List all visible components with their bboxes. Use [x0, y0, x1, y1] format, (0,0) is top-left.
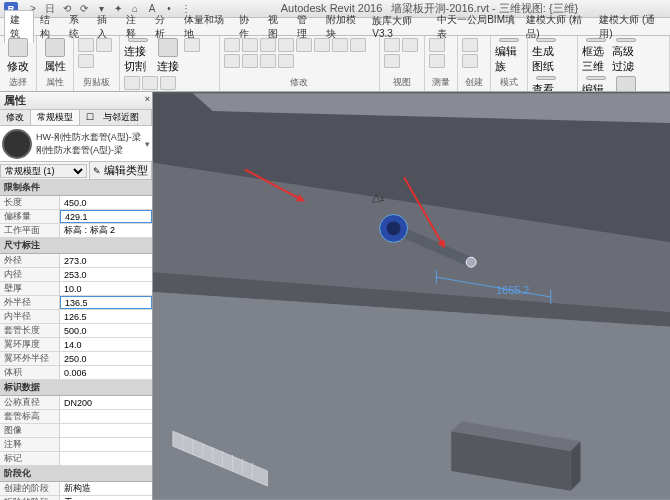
property-row[interactable]: 内径253.0 [0, 268, 152, 282]
property-value[interactable]: 450.0 [60, 196, 152, 209]
ribbon-small-button[interactable] [78, 54, 94, 68]
move-with-nearby-option[interactable]: ☐ 与邻近图元一同移动 [80, 110, 152, 125]
property-row[interactable]: 外径273.0 [0, 254, 152, 268]
tab-generic-model[interactable]: 常规模型 [31, 110, 80, 125]
property-value[interactable]: 新构造 [60, 482, 152, 495]
ribbon-button[interactable]: 编辑属性 [582, 76, 610, 92]
ribbon-group-label: 属性 [41, 76, 69, 89]
property-value[interactable]: 标高 : 标高 2 [60, 224, 152, 237]
property-value[interactable]: 126.5 [60, 310, 152, 323]
property-section-header[interactable]: 标识数据 [0, 380, 152, 396]
property-section-header[interactable]: 限制条件 [0, 180, 152, 196]
property-row[interactable]: 外半径136.5 [0, 296, 152, 310]
property-row[interactable]: 公称直径DN200 [0, 396, 152, 410]
ribbon-button[interactable]: 编辑族 [495, 38, 523, 74]
property-row[interactable]: 翼环外半径250.0 [0, 352, 152, 366]
edit-type-button[interactable]: ✎ 编辑类型 [89, 161, 152, 180]
ribbon-small-button[interactable] [124, 76, 140, 90]
ribbon-group: 框选三维高级过滤编辑属性框选建模大师 (通用) [578, 36, 670, 91]
ribbon-small-button[interactable] [142, 76, 158, 90]
property-row[interactable]: 注释 [0, 438, 152, 452]
property-value[interactable] [60, 438, 152, 451]
property-row[interactable]: 体积0.006 [0, 366, 152, 380]
ribbon-small-button[interactable] [278, 38, 294, 52]
ribbon-small-button[interactable] [160, 76, 176, 90]
ribbon-small-button[interactable] [78, 38, 94, 52]
property-row[interactable]: 图像 [0, 424, 152, 438]
ribbon-small-button[interactable] [96, 38, 112, 52]
ribbon-small-button[interactable] [260, 38, 276, 52]
dimension-label: 1665.2 [496, 284, 529, 296]
property-row[interactable]: 拆除的阶段无 [0, 496, 152, 500]
property-row[interactable]: 工作平面标高 : 标高 2 [0, 224, 152, 238]
instance-combo[interactable]: 常规模型 (1) [0, 164, 87, 178]
ribbon-group-label: 测量 [429, 76, 453, 89]
ribbon-button[interactable]: 框选三维 [582, 38, 610, 74]
chevron-down-icon[interactable]: ▾ [145, 139, 150, 149]
property-value[interactable]: 253.0 [60, 268, 152, 281]
ribbon-button[interactable]: 修改 [4, 38, 32, 74]
property-value[interactable]: 10.0 [60, 282, 152, 295]
panel-title: 属性 × [0, 92, 152, 110]
ribbon-small-button[interactable] [462, 54, 478, 68]
type-selector[interactable]: HW-刚性防水套管(A型)-梁 刚性防水套管(A型)-梁 ▾ [0, 126, 152, 162]
property-value[interactable] [60, 424, 152, 437]
ribbon-small-button[interactable] [350, 38, 366, 52]
property-row[interactable]: 长度450.0 [0, 196, 152, 210]
ribbon-small-button[interactable] [429, 38, 445, 52]
property-row[interactable]: 翼环厚度14.0 [0, 338, 152, 352]
ribbon-button[interactable]: 框选 [612, 76, 640, 92]
property-value[interactable]: 250.0 [60, 352, 152, 365]
ribbon-group: 创建 [458, 36, 491, 91]
tab-modify[interactable]: 修改 [0, 110, 31, 125]
property-key: 翼环外半径 [0, 352, 60, 365]
ribbon-small-button[interactable] [242, 54, 258, 68]
ribbon-small-button[interactable] [314, 38, 330, 52]
property-row[interactable]: 套管长度500.0 [0, 324, 152, 338]
ribbon: 修改选择属性属性剪贴板连接切割连接几何图形修改视图测量创建编辑族模式生成图纸查看… [0, 36, 670, 92]
3d-viewport[interactable]: 1665.2 △₁ [153, 92, 670, 500]
property-value[interactable]: 0.006 [60, 366, 152, 379]
ribbon-button[interactable]: 查看图纸 [532, 76, 560, 92]
ribbon-button[interactable]: 生成图纸 [532, 38, 560, 74]
property-value[interactable]: 136.5 [60, 296, 152, 309]
property-row[interactable]: 内半径126.5 [0, 310, 152, 324]
property-value[interactable]: DN200 [60, 396, 152, 409]
property-row[interactable]: 套管标高 [0, 410, 152, 424]
ribbon-small-button[interactable] [384, 54, 400, 68]
property-row[interactable]: 创建的阶段新构造 [0, 482, 152, 496]
property-value[interactable]: 429.1 [60, 210, 152, 223]
ribbon-button[interactable]: 高级过滤 [612, 38, 640, 74]
ribbon-small-button[interactable] [184, 38, 200, 52]
property-value[interactable]: 500.0 [60, 324, 152, 337]
property-row[interactable]: 偏移量429.1 [0, 210, 152, 224]
property-value[interactable] [60, 452, 152, 465]
property-section-header[interactable]: 阶段化 [0, 466, 152, 482]
property-section-header[interactable]: 尺寸标注 [0, 238, 152, 254]
ribbon-small-button[interactable] [260, 54, 276, 68]
property-value[interactable] [60, 410, 152, 423]
ribbon-small-button[interactable] [242, 38, 258, 52]
property-key: 翼环厚度 [0, 338, 60, 351]
ribbon-button[interactable]: 属性 [41, 38, 69, 74]
ribbon-small-button[interactable] [384, 38, 400, 52]
property-row[interactable]: 壁厚10.0 [0, 282, 152, 296]
ribbon-small-button[interactable] [332, 38, 348, 52]
ribbon-small-button[interactable] [462, 38, 478, 52]
ribbon-small-button[interactable] [224, 54, 240, 68]
close-icon[interactable]: × [145, 94, 150, 104]
type-name: HW-刚性防水套管(A型)-梁 刚性防水套管(A型)-梁 [36, 131, 141, 157]
ribbon-group: 生成图纸查看图纸建模大师 (PC) [528, 36, 578, 91]
ribbon-small-button[interactable] [296, 38, 312, 52]
property-value[interactable]: 273.0 [60, 254, 152, 267]
property-value[interactable]: 无 [60, 496, 152, 500]
ribbon-small-button[interactable] [429, 54, 445, 68]
property-value[interactable]: 14.0 [60, 338, 152, 351]
ribbon-small-button[interactable] [224, 38, 240, 52]
ribbon-small-button[interactable] [278, 54, 294, 68]
ribbon-small-button[interactable] [402, 38, 418, 52]
ribbon-button[interactable]: 连接 [154, 38, 182, 74]
ribbon-group-label: 修改 [224, 76, 375, 89]
ribbon-button[interactable]: 连接切割 [124, 38, 152, 74]
property-row[interactable]: 标记 [0, 452, 152, 466]
